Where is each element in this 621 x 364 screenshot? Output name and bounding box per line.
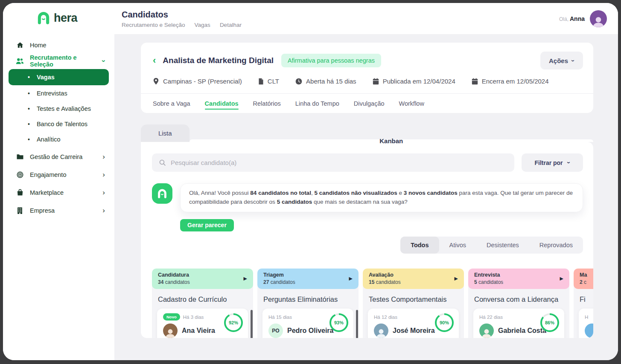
candidate-card[interactable]: Novo Há 3 dias 92% Ana Vieira bbox=[157, 309, 248, 338]
sidebar-nav: Home Recrutamento e Seleção › • Vagas • … bbox=[3, 37, 114, 218]
kanban-board: Candidatura 34 candidatos ▶ Cadastro de … bbox=[152, 269, 593, 338]
target-icon bbox=[16, 171, 24, 179]
column-header[interactable]: Entrevista 5 candidatos ▶ bbox=[468, 269, 569, 289]
folder-icon bbox=[16, 153, 24, 160]
match-ring: 92% bbox=[224, 313, 243, 332]
tab-kanban[interactable]: Kanban bbox=[190, 139, 593, 142]
tab-candidatos[interactable]: Candidatos bbox=[205, 94, 239, 113]
chevron-right-icon: › bbox=[102, 206, 105, 215]
filter-todos[interactable]: Todos bbox=[400, 237, 439, 254]
column-title: Candidatura bbox=[158, 272, 190, 278]
kanban-column-clipped: Ma 2 c Fi H bbox=[574, 269, 593, 338]
search-input[interactable] bbox=[171, 159, 507, 166]
column-title: Triagem bbox=[263, 272, 295, 278]
topbar: Candidatos Recrutamento e Seleção Vagas … bbox=[114, 3, 618, 34]
sidebar-item-analitico[interactable]: • Analítico bbox=[3, 132, 114, 147]
user-avatar[interactable] bbox=[590, 10, 607, 27]
sidebar-item-entrevistas[interactable]: • Entrevistas bbox=[3, 86, 114, 101]
job-published: Publicada em 12/04/2024 bbox=[373, 78, 455, 85]
candidate-name: José Moreira bbox=[393, 327, 435, 335]
column-header[interactable]: Ma 2 c bbox=[574, 269, 593, 289]
play-icon[interactable]: ▶ bbox=[560, 276, 563, 281]
sidebar-item-vagas[interactable]: • Vagas bbox=[9, 69, 109, 85]
candidate-card[interactable]: H bbox=[579, 309, 593, 338]
job-badge: Afirmativa para pessoas negras bbox=[281, 54, 381, 67]
candidate-avatar bbox=[479, 324, 494, 338]
column-subtitle: Conversa com a Liderança bbox=[468, 289, 569, 309]
column-subtitle: Testes Comportamentais bbox=[363, 289, 464, 309]
bullet-icon: • bbox=[28, 105, 30, 112]
kanban-column-avaliacao: Avaliação 15 candidatos ▶ Testes Comport… bbox=[363, 269, 464, 338]
sidebar-item-engajamento[interactable]: Engajamento › bbox=[3, 167, 114, 182]
main-area: Candidatos Recrutamento e Seleção Vagas … bbox=[114, 3, 618, 360]
column-title: Ma bbox=[580, 272, 587, 278]
filter-button[interactable]: Filtrar por › bbox=[522, 153, 583, 172]
hera-logo: hera bbox=[36, 11, 114, 25]
status-filter: Todos Ativos Desistentes Reprovados bbox=[400, 237, 583, 254]
tab-divulgacao[interactable]: Divulgação bbox=[354, 94, 385, 113]
candidate-card[interactable]: Há 12 dias 90% José Moreira Desistente bbox=[368, 309, 459, 338]
kanban-column-candidatura: Candidatura 34 candidatos ▶ Cadastro de … bbox=[152, 269, 253, 338]
tab-relatorios[interactable]: Relatórios bbox=[253, 94, 281, 113]
candidate-card[interactable]: Há 15 dias 93% PO Pedro Oliveira Ativo I… bbox=[262, 309, 353, 338]
candidate-card[interactable]: Há 22 dias 86% Gabriela Costa Ativo bbox=[473, 309, 564, 338]
gerar-parecer-button[interactable]: Gerar parecer bbox=[180, 219, 234, 231]
job-location: Campinas - SP (Presencial) bbox=[153, 78, 242, 85]
filter-reprovados[interactable]: Reprovados bbox=[529, 237, 583, 254]
sidebar-item-banco-de-talentos[interactable]: • Banco de Talentos bbox=[3, 116, 114, 132]
chevron-right-icon: › bbox=[102, 188, 105, 197]
sidebar-item-marketplace[interactable]: Marketplace › bbox=[3, 185, 114, 200]
clock-icon bbox=[295, 78, 302, 85]
play-icon[interactable]: ▶ bbox=[349, 276, 353, 281]
greeting: Olá,Anna bbox=[559, 15, 585, 22]
column-scrollbar[interactable] bbox=[356, 310, 358, 338]
tab-workflow[interactable]: Workflow bbox=[399, 94, 424, 113]
column-scrollbar[interactable] bbox=[251, 310, 253, 338]
back-icon[interactable]: ‹ bbox=[153, 56, 156, 65]
column-subtitle: Fi bbox=[574, 289, 593, 309]
sidebar-item-home[interactable]: Home bbox=[3, 37, 114, 53]
bag-icon bbox=[16, 189, 24, 196]
column-header[interactable]: Candidatura 34 candidatos ▶ bbox=[152, 269, 253, 289]
filter-ativos[interactable]: Ativos bbox=[439, 237, 477, 254]
play-icon[interactable]: ▶ bbox=[244, 276, 247, 281]
breadcrumb-item[interactable]: Recrutamento e Seleção bbox=[122, 22, 185, 28]
search-box bbox=[152, 153, 514, 172]
play-icon[interactable]: ▶ bbox=[455, 276, 458, 281]
tab-sobre-a-vaga[interactable]: Sobre a Vaga bbox=[153, 94, 190, 113]
candidate-avatar bbox=[585, 324, 593, 338]
breadcrumb-item[interactable]: Vagas bbox=[195, 22, 210, 28]
column-header[interactable]: Triagem 27 candidatos ▶ bbox=[257, 269, 359, 289]
user-name: Anna bbox=[570, 15, 585, 22]
kanban-column-entrevista: Entrevista 5 candidatos ▶ Conversa com a… bbox=[468, 269, 569, 338]
sidebar-item-testes-e-avaliacoes[interactable]: • Testes e Avaliações bbox=[3, 101, 114, 116]
bullet-icon: • bbox=[28, 121, 30, 127]
brand-name: hera bbox=[54, 12, 77, 25]
sidebar-item-empresa[interactable]: Empresa › bbox=[3, 202, 114, 218]
match-ring: 90% bbox=[435, 313, 454, 332]
column-header[interactable]: Avaliação 15 candidatos ▶ bbox=[363, 269, 464, 289]
filter-desistentes[interactable]: Desistentes bbox=[476, 237, 529, 254]
sidebar: hera Home Recrutamento e Seleção › • Vag… bbox=[3, 3, 114, 360]
card-time: Há 15 dias bbox=[268, 315, 292, 320]
chevron-right-icon: › bbox=[102, 153, 105, 161]
bullet-icon: • bbox=[28, 90, 30, 97]
tab-linha-do-tempo[interactable]: Linha do Tempo bbox=[295, 94, 339, 113]
kanban-panel: Filtrar por › Olá, Anna! Você possui 84 … bbox=[141, 142, 593, 338]
sidebar-item-recrutamento[interactable]: Recrutamento e Seleção › bbox=[3, 53, 114, 69]
assistant-message: Olá, Anna! Você possui 84 candidatos no … bbox=[180, 183, 583, 212]
tab-lista[interactable]: Lista bbox=[141, 124, 190, 142]
sidebar-item-gestao-de-carreira[interactable]: Gestão de Carreira › bbox=[3, 149, 114, 165]
novo-badge: Novo bbox=[163, 313, 180, 321]
job-tabs: Sobre a Vaga Candidatos Relatórios Linha… bbox=[141, 93, 593, 113]
breadcrumb: Recrutamento e Seleção Vagas Detalhar bbox=[122, 22, 242, 28]
job-card: ‹ Analista de Marketing Digital Afirmati… bbox=[141, 43, 593, 113]
candidate-avatar-initials: PO bbox=[268, 324, 283, 338]
job-closes: Encerra em 12/05/2024 bbox=[472, 78, 549, 85]
match-ring: 86% bbox=[540, 313, 559, 332]
hera-bot-avatar bbox=[152, 183, 172, 204]
actions-button[interactable]: Ações › bbox=[540, 52, 583, 69]
job-title: Analista de Marketing Digital bbox=[163, 56, 274, 65]
candidate-name: Gabriela Costa bbox=[498, 327, 546, 335]
candidate-avatar bbox=[163, 324, 178, 338]
